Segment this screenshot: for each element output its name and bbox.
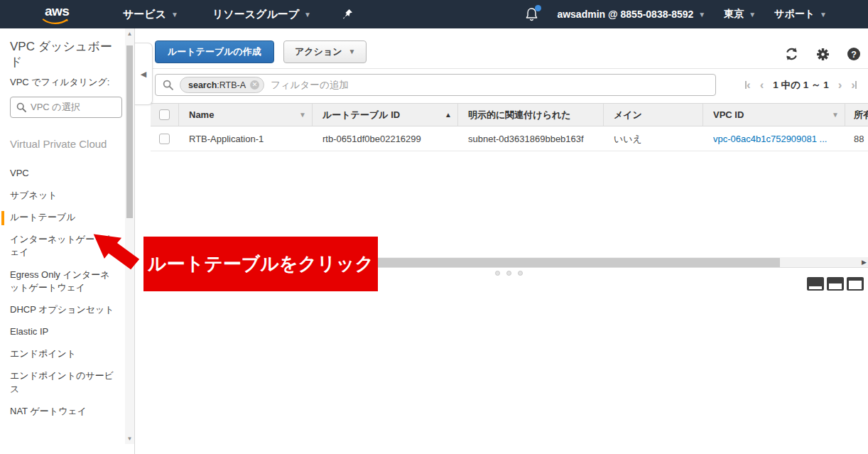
nav-support-label: サポート: [774, 8, 815, 21]
row-select-cell: [151, 127, 179, 151]
aws-smile-icon: [42, 18, 69, 25]
sidebar-section-header: Virtual Private Cloud: [10, 136, 109, 153]
sidebar-item-route-tables[interactable]: ルートテーブル: [10, 211, 118, 224]
create-route-table-button[interactable]: ルートテーブルの作成: [155, 40, 274, 63]
first-page-icon[interactable]: ‹: [745, 79, 751, 91]
cell-main: いいえ: [604, 127, 703, 151]
filter-tag-key: search: [188, 80, 217, 90]
column-header-name[interactable]: Name ▼: [179, 104, 313, 126]
cell-associated-subnet: subnet-0d3631869bbeb163f: [458, 127, 604, 151]
chevron-down-icon: ▼: [698, 11, 705, 18]
annotation-callout: ルートテーブルをクリック: [143, 237, 378, 291]
chevron-left-icon: ◀: [141, 70, 146, 79]
nav-region-label: 東京: [724, 8, 744, 21]
nav-resource-groups-menu[interactable]: リソースグループ ▼: [212, 8, 311, 21]
sidebar-item-dhcp-option-sets[interactable]: DHCP オプションセット: [10, 303, 118, 316]
actions-dropdown-button[interactable]: アクション ▼: [283, 40, 367, 63]
nav-region-menu[interactable]: 東京 ▼: [724, 8, 756, 21]
column-header-vpc-id[interactable]: VPC ID ▼: [703, 104, 845, 126]
table-row[interactable]: RTB-Application-1 rtb-0651df0be02216299 …: [151, 127, 868, 151]
column-label: VPC ID: [713, 109, 744, 120]
sidebar-collapse-toggle[interactable]: ◀: [135, 43, 153, 105]
pin-shortcut-icon[interactable]: [342, 9, 353, 20]
pane-resize-handle[interactable]: [495, 271, 523, 276]
pagination-controls: ‹ ‹ 1 中の 1 ～ 1 › ›: [720, 74, 865, 96]
vpc-select-placeholder: VPC の選択: [31, 101, 80, 114]
scroll-up-arrow-icon[interactable]: ▲: [125, 31, 134, 37]
column-label: 所有: [854, 109, 868, 121]
nav-account-label: awsadmin @ 8855-0838-8592: [557, 9, 693, 20]
remove-filter-icon[interactable]: ✕: [250, 80, 259, 90]
filter-tag-search-rtb-a[interactable]: search : RTB-A ✕: [180, 77, 264, 93]
nav-services-label: サービス: [123, 8, 166, 21]
sidebar-item-endpoints[interactable]: エンドポイント: [10, 347, 118, 360]
next-page-icon[interactable]: ›: [838, 79, 842, 91]
help-icon[interactable]: ?: [847, 47, 861, 61]
sidebar-filter-label: VPC でフィルタリング:: [10, 77, 116, 89]
refresh-icon[interactable]: [784, 47, 799, 61]
filter-tag-value: RTB-A: [219, 80, 246, 90]
sidebar-item-nat-gateways[interactable]: NAT ゲートウェイ: [10, 405, 118, 418]
last-page-icon[interactable]: ›: [851, 79, 857, 91]
previous-page-icon[interactable]: ‹: [760, 79, 764, 91]
aws-logo[interactable]: aws: [40, 4, 72, 25]
nav-services-menu[interactable]: サービス ▼: [123, 8, 178, 21]
notifications-bell-icon[interactable]: [525, 7, 538, 21]
pane-layout-controls: [807, 277, 864, 291]
annotation-arrow-icon: [91, 232, 143, 273]
nav-support-menu[interactable]: サポート ▼: [774, 8, 827, 21]
sort-asc-icon[interactable]: ▲: [445, 111, 452, 119]
cell-name: RTB-Application-1: [179, 127, 313, 151]
chevron-down-icon: ▼: [349, 41, 356, 63]
sort-caret-icon[interactable]: ▼: [832, 111, 839, 119]
column-header-explicitly-associated[interactable]: 明示的に関連付けられた: [458, 104, 604, 126]
sidebar-title-vpc-dashboard[interactable]: VPC ダッシュボード: [10, 39, 122, 70]
column-label: ルートテーブル ID: [322, 109, 400, 121]
svg-text:?: ?: [851, 50, 857, 60]
pane-layout-half-icon[interactable]: [827, 277, 844, 291]
search-icon: [16, 102, 26, 112]
filter-search-input[interactable]: search : RTB-A ✕ フィルターの追加: [155, 74, 716, 96]
notification-dot: [535, 5, 541, 11]
table-header: Name ▼ ルートテーブル ID ▲ 明示的に関連付けられた メイン VPC …: [151, 103, 868, 126]
chevron-down-icon: ▼: [749, 11, 756, 18]
filter-placeholder: フィルターの追加: [271, 79, 349, 92]
cell-owner: 88: [845, 127, 868, 151]
aws-vpc-console: aws サービス ▼ リソースグループ ▼: [0, 0, 868, 454]
scroll-right-arrow-icon[interactable]: ▶: [862, 259, 867, 266]
select-all-checkbox[interactable]: [159, 109, 170, 120]
pane-layout-full-icon[interactable]: [847, 277, 864, 291]
toolbar-separator: [151, 68, 868, 69]
column-header-owner[interactable]: 所有: [845, 104, 868, 126]
search-icon: [163, 80, 173, 90]
column-header-main[interactable]: メイン: [604, 104, 703, 126]
chevron-down-icon: ▼: [820, 11, 827, 18]
sidebar-item-elastic-ip[interactable]: Elastic IP: [10, 325, 118, 338]
nav-account-menu[interactable]: awsadmin @ 8855-0838-8592 ▼: [557, 9, 705, 20]
actions-label: アクション: [295, 41, 342, 63]
pane-layout-small-icon[interactable]: [807, 277, 824, 291]
aws-logo-text: aws: [45, 4, 69, 19]
sidebar-scrollbar-thumb[interactable]: [126, 45, 133, 218]
sort-caret-icon[interactable]: ▼: [299, 111, 306, 119]
cell-route-table-id: rtb-0651df0be02216299: [313, 127, 458, 151]
settings-gear-icon[interactable]: [816, 48, 830, 61]
sidebar-item-endpoint-services[interactable]: エンドポイントのサービス: [10, 369, 118, 395]
column-label: 明示的に関連付けられた: [468, 109, 571, 121]
column-label: メイン: [614, 109, 642, 121]
column-header-route-table-id[interactable]: ルートテーブル ID ▲: [313, 104, 458, 126]
chevron-down-icon: ▼: [304, 11, 311, 18]
top-navigation-bar: aws サービス ▼ リソースグループ ▼: [0, 0, 868, 28]
toolbar-icons: ?: [784, 47, 861, 61]
sidebar-item-vpc[interactable]: VPC: [10, 167, 118, 180]
cell-vpc-id-link[interactable]: vpc-06ac4b1c752909081 ...: [703, 127, 845, 151]
nav-resource-groups-label: リソースグループ: [212, 8, 299, 21]
row-checkbox[interactable]: [159, 134, 170, 144]
select-all-cell: [151, 104, 179, 126]
vpc-select-input[interactable]: VPC の選択: [10, 97, 122, 118]
nav-right-group: awsadmin @ 8855-0838-8592 ▼ 東京 ▼ サポート ▼: [525, 7, 868, 21]
column-label: Name: [189, 109, 214, 120]
sidebar-item-subnets[interactable]: サブネット: [10, 189, 118, 202]
chevron-down-icon: ▼: [171, 11, 178, 18]
scroll-down-arrow-icon[interactable]: ▼: [125, 436, 134, 442]
